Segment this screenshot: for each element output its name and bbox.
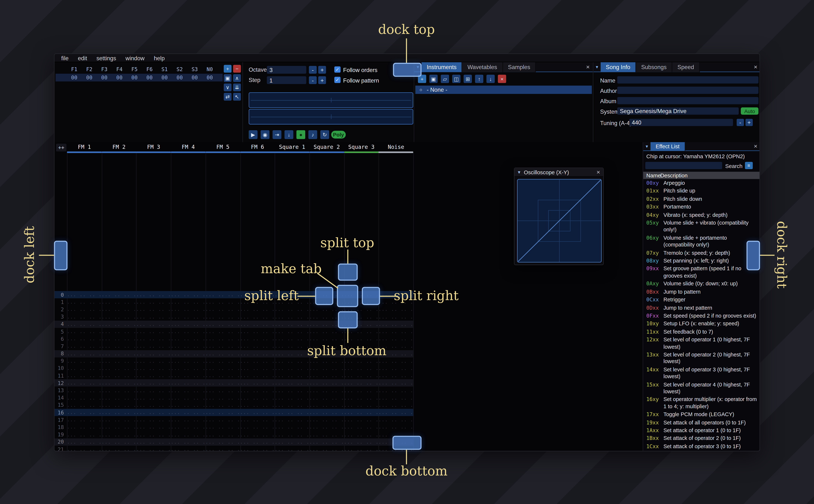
pattern-cell[interactable]: ... .. .. ... bbox=[102, 373, 136, 378]
pattern-row[interactable]: 11... .. .. ...... .. .. ...... .. .. ..… bbox=[55, 372, 413, 379]
pattern-cell[interactable]: ... .. .. ... bbox=[344, 388, 378, 393]
pattern-cell[interactable]: ... .. .. ... bbox=[344, 410, 378, 415]
effect-row[interactable]: 11xxSet feedback (0 to 7) bbox=[643, 328, 760, 336]
pattern-cell[interactable]: ... .. .. ... bbox=[344, 432, 378, 437]
pattern-cell[interactable]: ... .. .. ... bbox=[275, 403, 309, 408]
pattern-cell[interactable]: ... .. .. ... bbox=[240, 351, 275, 356]
pattern-cell[interactable]: ... .. .. ... bbox=[67, 410, 102, 415]
effect-row[interactable]: 0FxxSet speed (speed 2 if no grooves exi… bbox=[643, 312, 760, 320]
pattern-cell[interactable]: ... .. .. ... bbox=[102, 388, 136, 393]
move-order-down-button[interactable]: ∨ bbox=[224, 83, 231, 91]
pattern-cell[interactable]: ... .. .. ... bbox=[205, 366, 240, 371]
pattern-cell[interactable]: ... .. .. ... bbox=[205, 351, 240, 356]
pattern-cell[interactable]: ... .. .. ... bbox=[102, 432, 136, 437]
order-edit-mode-button[interactable]: ↖ bbox=[233, 93, 241, 101]
pattern-cell[interactable]: ... .. .. ... bbox=[171, 410, 205, 415]
menu-item-help[interactable]: help bbox=[149, 54, 169, 62]
pattern-row[interactable]: 17... .. .. ...... .. .. ...... .. .. ..… bbox=[55, 416, 413, 424]
pattern-cell[interactable]: ... .. .. ... bbox=[309, 307, 344, 312]
channel-header-noise[interactable]: Noise bbox=[378, 143, 414, 153]
pattern-cell[interactable]: ... .. .. ... bbox=[102, 300, 136, 305]
split-left-target[interactable] bbox=[315, 287, 333, 305]
pattern-cell[interactable]: ... .. .. ... bbox=[136, 307, 171, 312]
pattern-cell[interactable]: ... .. .. ... bbox=[171, 403, 205, 408]
effect-row[interactable]: 15xxSet level of operator 4 (0 highest, … bbox=[643, 381, 760, 395]
pattern-cell[interactable]: ... .. .. ... bbox=[205, 292, 240, 297]
pattern-cell[interactable]: ... .. .. ... bbox=[171, 314, 205, 319]
effect-row[interactable]: 02xxPitch slide down bbox=[643, 195, 760, 203]
channel-header-square-1[interactable]: Square 1 bbox=[275, 143, 309, 153]
effect-row[interactable]: 01xxPitch slide up bbox=[643, 187, 760, 195]
pattern-cell[interactable]: ... .. .. ... bbox=[67, 388, 102, 393]
pattern-cell[interactable]: ... .. .. ... bbox=[275, 388, 309, 393]
octave-minus-button[interactable]: - bbox=[309, 66, 317, 74]
add-order-button[interactable]: + bbox=[224, 65, 231, 73]
poly-button[interactable]: Poly bbox=[331, 131, 346, 139]
pattern-cell[interactable]: ... .. .. ... bbox=[67, 307, 102, 312]
pattern-cell[interactable]: ... .. .. ... bbox=[309, 380, 344, 386]
pattern-cell[interactable]: ... .. .. ... bbox=[205, 447, 240, 451]
pattern-cell[interactable]: ... .. .. ... bbox=[309, 395, 344, 400]
effect-row[interactable]: 05xyVolume slide + vibrato (compatibilit… bbox=[643, 219, 760, 234]
order-value-cell[interactable]: 00 bbox=[112, 74, 127, 81]
repeat-pattern-button[interactable]: ↻ bbox=[320, 130, 329, 139]
orders-channel-s1[interactable]: S1 bbox=[157, 66, 172, 73]
follow-pattern-checkbox[interactable]: ✓ bbox=[334, 77, 341, 83]
order-value-cell[interactable]: 00 bbox=[67, 74, 81, 81]
effect-row[interactable]: 10xySetup LFO (x: enable; y: speed) bbox=[643, 320, 760, 328]
pattern-row[interactable]: 6... .. .. ...... .. .. ...... .. .. ...… bbox=[55, 335, 413, 343]
effect-row[interactable]: 1BxxSet attack of operator 2 (0 to 1F) bbox=[643, 434, 760, 442]
pattern-cell[interactable]: ... .. .. ... bbox=[171, 300, 205, 305]
pattern-cell[interactable]: ... .. .. ... bbox=[205, 314, 240, 319]
pattern-cell[interactable]: ... .. .. ... bbox=[171, 351, 205, 356]
pattern-cell[interactable]: ... .. .. ... bbox=[171, 366, 205, 371]
oscilloscope-title-bar[interactable]: ▼ Oscilloscope (X-Y) × bbox=[515, 168, 603, 177]
pattern-cell[interactable]: ... .. .. ... bbox=[309, 358, 344, 363]
pattern-cell[interactable]: ... .. .. ... bbox=[240, 417, 275, 422]
pattern-cell[interactable]: ... .. .. ... bbox=[67, 292, 102, 297]
pattern-cell[interactable]: ... .. .. ... bbox=[136, 329, 171, 334]
pattern-cell[interactable]: ... .. .. ... bbox=[378, 336, 413, 342]
pattern-cell[interactable]: ... .. .. ... bbox=[136, 322, 171, 327]
pattern-row[interactable]: 10... .. .. ...... .. .. ...... .. .. ..… bbox=[55, 365, 413, 372]
close-icon[interactable]: × bbox=[586, 62, 590, 72]
close-icon[interactable]: × bbox=[597, 169, 600, 176]
pattern-cell[interactable]: ... .. .. ... bbox=[309, 425, 344, 430]
order-value-cell[interactable]: 00 bbox=[97, 74, 112, 81]
pattern-row[interactable]: 14... .. .. ...... .. .. ...... .. .. ..… bbox=[55, 394, 413, 401]
effect-row[interactable]: 1AxxSet attack of operator 1 (0 to 1F) bbox=[643, 426, 760, 434]
effect-row[interactable]: 06xyVolume slide + portamento (compatibi… bbox=[643, 234, 760, 249]
pattern-cell[interactable]: ... .. .. ... bbox=[67, 358, 102, 363]
close-icon[interactable]: × bbox=[754, 142, 757, 151]
pattern-cell[interactable]: ... .. .. ... bbox=[240, 307, 275, 312]
pattern-cell[interactable]: ... .. .. ... bbox=[136, 344, 171, 349]
order-value-cell[interactable]: 00 bbox=[142, 74, 157, 81]
system-field[interactable]: Sega Genesis/Mega Drive bbox=[617, 107, 739, 115]
pattern-cell[interactable]: ... .. .. ... bbox=[136, 336, 171, 342]
pattern-cell[interactable]: ... .. .. ... bbox=[240, 366, 275, 371]
orders-channel-f4[interactable]: F4 bbox=[112, 66, 127, 73]
tuning-plus-button[interactable]: + bbox=[745, 119, 753, 126]
make-tab-target[interactable] bbox=[337, 285, 358, 307]
pattern-cell[interactable]: ... .. .. ... bbox=[102, 366, 136, 371]
pattern-cell[interactable]: ... .. .. ... bbox=[102, 307, 136, 312]
dock-bottom-target[interactable] bbox=[392, 436, 422, 450]
play-button[interactable]: ▶ bbox=[249, 130, 257, 139]
pattern-cell[interactable]: ... .. .. ... bbox=[67, 314, 102, 319]
channel-header-fm-4[interactable]: FM 4 bbox=[171, 143, 206, 153]
pattern-cell[interactable]: ... .. .. ... bbox=[344, 417, 378, 422]
pattern-cell[interactable]: ... .. .. ... bbox=[171, 439, 205, 445]
pattern-cell[interactable]: ... .. .. ... bbox=[205, 432, 240, 437]
pattern-cell[interactable]: ... .. .. ... bbox=[240, 336, 275, 342]
pattern-cell[interactable]: ... .. .. ... bbox=[136, 388, 171, 393]
pattern-cell[interactable]: ... .. .. ... bbox=[205, 307, 240, 312]
pattern-cell[interactable]: ... .. .. ... bbox=[171, 417, 205, 422]
pattern-cell[interactable]: ... .. .. ... bbox=[136, 447, 171, 451]
effect-row[interactable]: 14xxSet level of operator 3 (0 highest, … bbox=[643, 366, 760, 381]
instrument-list-item[interactable]: ○- None - bbox=[415, 86, 592, 94]
pattern-cell[interactable]: ... .. .. ... bbox=[240, 447, 275, 451]
pattern-cell[interactable]: ... .. .. ... bbox=[171, 425, 205, 430]
pattern-cell[interactable]: ... .. .. ... bbox=[378, 358, 413, 363]
pattern-cell[interactable]: ... .. .. ... bbox=[344, 380, 378, 386]
pattern-cell[interactable]: ... .. .. ... bbox=[136, 432, 171, 437]
